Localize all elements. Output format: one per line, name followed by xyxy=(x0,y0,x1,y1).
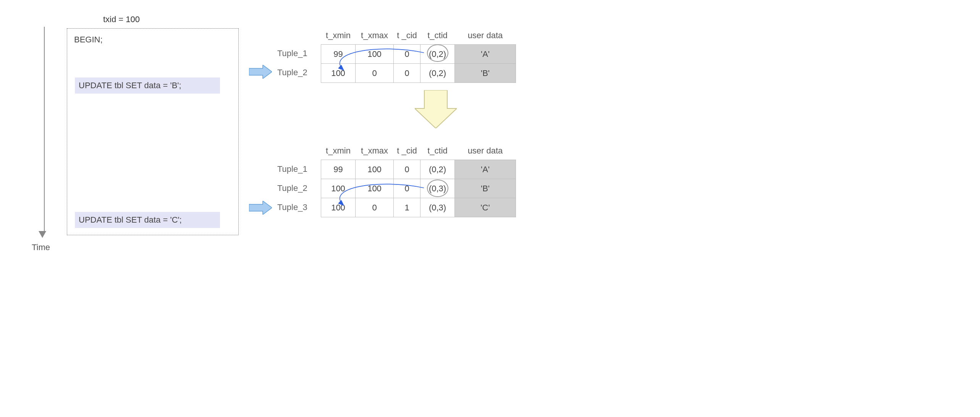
sql-statement-first: UPDATE tbl SET data = 'B'; xyxy=(75,78,220,94)
table-header-row: t_xmin t_xmax t _cid t_ctid user data xyxy=(321,28,516,45)
tuple-row-label: Tuple_2 xyxy=(277,63,307,82)
cell-ctid: (0,3) xyxy=(420,198,455,217)
tuple-row-label: Tuple_1 xyxy=(277,44,307,63)
table-row: 99 100 0 (0,2) 'A' xyxy=(321,160,516,179)
cell-user: 'A' xyxy=(455,45,516,64)
cell-xmin: 99 xyxy=(321,160,356,179)
cell-cid: 0 xyxy=(394,160,420,179)
arrow-right-icon xyxy=(249,201,272,215)
cell-cid: 0 xyxy=(394,45,420,64)
col-header-ctid: t_ctid xyxy=(420,144,455,160)
col-header-ctid: t_ctid xyxy=(420,28,455,45)
table-row: 99 100 0 (0,2) 'A' xyxy=(321,45,516,64)
cell-ctid: (0,2) xyxy=(420,64,455,83)
sql-statement-second: UPDATE tbl SET data = 'C'; xyxy=(75,212,220,228)
table-header-row: t_xmin t_xmax t _cid t_ctid user data xyxy=(321,144,516,160)
col-header-cid: t _cid xyxy=(394,144,420,160)
cell-ctid: (0,2) xyxy=(420,160,455,179)
svg-marker-1 xyxy=(249,201,272,215)
cell-xmax: 100 xyxy=(356,160,394,179)
cell-cid: 1 xyxy=(394,198,420,217)
tuple-labels-state2: Tuple_1 Tuple_2 Tuple_3 xyxy=(277,160,307,217)
tuple-table-state2: t_xmin t_xmax t _cid t_ctid user data 99… xyxy=(321,144,516,217)
tuple-table-state1: t_xmin t_xmax t _cid t_ctid user data 99… xyxy=(321,28,516,83)
col-header-xmax: t_xmax xyxy=(356,28,394,45)
cell-ctid: (0,3) xyxy=(420,179,455,198)
col-header-xmin: t_xmin xyxy=(321,28,356,45)
begin-statement: BEGIN; xyxy=(74,35,231,45)
cell-ctid: (0,2) xyxy=(420,45,455,64)
tuple-row-label: Tuple_1 xyxy=(277,160,307,179)
tuple-labels-state1: Tuple_1 Tuple_2 xyxy=(277,44,307,82)
col-header-user: user data xyxy=(455,28,516,45)
cell-xmin: 100 xyxy=(321,198,356,217)
cell-xmax: 100 xyxy=(356,179,394,198)
cell-xmax: 0 xyxy=(356,198,394,217)
time-axis-arrow xyxy=(42,27,46,238)
svg-marker-3 xyxy=(415,90,457,128)
arrow-down-icon xyxy=(415,90,457,131)
cell-xmin: 99 xyxy=(321,45,356,64)
cell-xmin: 100 xyxy=(321,64,356,83)
tuple-row-label: Tuple_3 xyxy=(277,198,307,217)
cell-cid: 0 xyxy=(394,64,420,83)
cell-xmax: 0 xyxy=(356,64,394,83)
diagram-stage: Time txid = 100 BEGIN; UPDATE tbl SET da… xyxy=(15,15,588,260)
col-header-cid: t _cid xyxy=(394,28,420,45)
table-row: 100 100 0 (0,3) 'B' xyxy=(321,179,516,198)
cell-user: 'B' xyxy=(455,64,516,83)
arrow-right-icon xyxy=(249,65,272,79)
time-axis-label: Time xyxy=(32,242,50,252)
svg-marker-0 xyxy=(249,65,272,79)
cell-cid: 0 xyxy=(394,179,420,198)
txid-label: txid = 100 xyxy=(103,15,140,24)
col-header-xmin: t_xmin xyxy=(321,144,356,160)
cell-user: 'C' xyxy=(455,198,516,217)
col-header-user: user data xyxy=(455,144,516,160)
cell-xmin: 100 xyxy=(321,179,356,198)
cell-xmax: 100 xyxy=(356,45,394,64)
table-row: 100 0 1 (0,3) 'C' xyxy=(321,198,516,217)
cell-user: 'A' xyxy=(455,160,516,179)
cell-user: 'B' xyxy=(455,179,516,198)
col-header-xmax: t_xmax xyxy=(356,144,394,160)
table-row: 100 0 0 (0,2) 'B' xyxy=(321,64,516,83)
transaction-box: BEGIN; UPDATE tbl SET data = 'B'; UPDATE… xyxy=(67,28,239,235)
tuple-row-label: Tuple_2 xyxy=(277,179,307,198)
